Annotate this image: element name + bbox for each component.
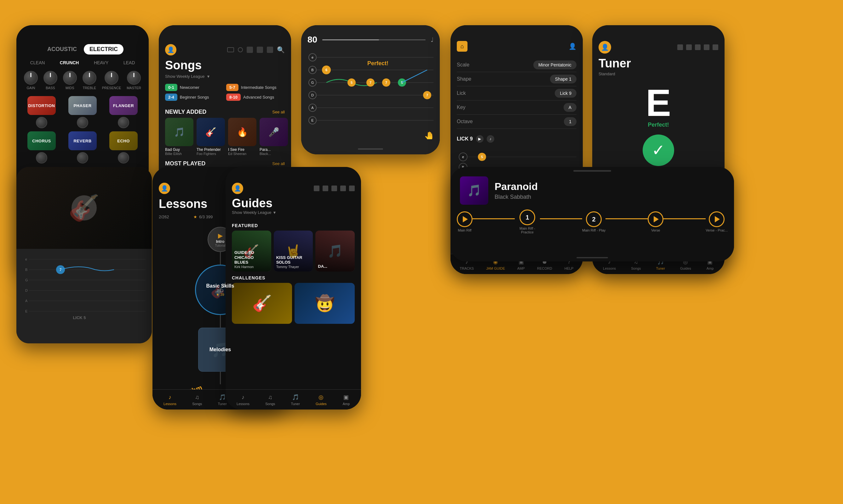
svg-text:A: A <box>25 299 28 303</box>
echo-button[interactable]: ECHO <box>109 131 138 150</box>
bell-icon[interactable] <box>257 47 263 53</box>
lick-play-icon[interactable]: ▶ <box>476 135 484 143</box>
intro-subtitle: Tutorial <box>215 244 226 247</box>
master-knob[interactable] <box>127 71 141 85</box>
home-button[interactable]: ⌂ <box>457 41 467 52</box>
kiss-title: KISS GUITAR SOLOS <box>276 255 311 265</box>
shape-value[interactable]: Shape 1 <box>550 75 576 84</box>
lick-sound-icon[interactable]: ♪ <box>487 135 494 143</box>
nav-lessons-l[interactable]: ♪ Lessons <box>163 393 176 406</box>
lick-value[interactable]: Lick 9 <box>555 89 576 98</box>
t-icon-4[interactable] <box>704 44 710 50</box>
level-newcomer[interactable]: 0-1 Newcomer <box>165 84 224 91</box>
amp-t-label: Amp <box>706 267 714 270</box>
timeline-num-1: 1 <box>525 214 529 221</box>
view-icon[interactable] <box>227 47 234 52</box>
bad-guy-art: 🎵 <box>165 118 193 146</box>
presence-knob[interactable] <box>105 71 119 85</box>
song-pretender[interactable]: 🎸 The Pretender Foo Fighters <box>197 118 225 156</box>
octave-value[interactable]: 1 <box>564 117 576 126</box>
nav-amp-g[interactable]: ▣ Amp <box>342 393 350 406</box>
timeline-verse-practice[interactable]: Verse - Prac... <box>706 211 728 232</box>
nav-songs-l[interactable]: ♫ Songs <box>192 393 202 406</box>
nav-lessons-g[interactable]: ♪ Lessons <box>237 393 250 406</box>
level-intermediate[interactable]: 5-7 Intermediate Songs <box>226 84 285 91</box>
chorus-knob[interactable] <box>36 152 47 163</box>
g-icon-3[interactable] <box>331 185 337 191</box>
distortion-button[interactable]: DISTORTION <box>28 96 56 115</box>
flanger-knob[interactable] <box>118 117 129 128</box>
master-label: MASTER <box>127 86 141 90</box>
treble-knob[interactable] <box>83 71 96 85</box>
search-songs-icon[interactable]: 🔍 <box>277 46 285 54</box>
t-icon-1[interactable] <box>677 44 683 50</box>
user-avatar[interactable]: 👤 <box>165 44 176 55</box>
bpm-slider[interactable] <box>322 39 426 40</box>
level-advanced[interactable]: 8-10 Advanced Songs <box>226 93 285 101</box>
g-icon-4[interactable] <box>340 185 346 191</box>
calendar-icon[interactable] <box>247 47 253 53</box>
reverb-button[interactable]: REVERB <box>68 131 97 150</box>
guides-weekly[interactable]: Show Weekly League ▼ <box>232 210 355 217</box>
song-bad-guy[interactable]: 🎵 Bad Guy Billie Eilish <box>165 118 193 156</box>
nav-songs-g[interactable]: ♫ Songs <box>265 393 275 406</box>
echo-knob[interactable] <box>118 152 129 163</box>
lick-video-screen: 🎸 e B G D A E <box>16 167 152 343</box>
phaser-button[interactable]: PHASER <box>68 96 97 115</box>
crunch-mode[interactable]: CRUNCH <box>60 60 79 65</box>
distortion-knob[interactable] <box>36 117 47 128</box>
g-icon-2[interactable] <box>323 185 328 191</box>
electric-tab[interactable]: ELECTRIC <box>84 44 124 54</box>
clean-mode[interactable]: CLEAN <box>30 60 45 65</box>
acoustic-tab[interactable]: ACOUSTIC <box>41 44 83 54</box>
svg-text:B: B <box>25 268 28 272</box>
phaser-knob[interactable] <box>77 117 88 128</box>
level-beginner[interactable]: 2-4 Beginner Songs <box>165 93 224 101</box>
timeline-verse[interactable]: Verse <box>648 211 663 232</box>
nav-guides-g[interactable]: ◎ Guides <box>316 393 327 406</box>
bass-knob[interactable] <box>43 71 57 85</box>
g-icon-5[interactable] <box>349 185 355 191</box>
most-played-see-all[interactable]: See all <box>272 161 285 166</box>
timeline-play-tri-3 <box>715 216 720 222</box>
guide-extra[interactable]: 🎵 DA... <box>315 231 355 272</box>
tuner-avatar[interactable]: 👤 <box>598 41 611 54</box>
songs-nav-icon-l: ♫ <box>193 393 201 401</box>
svg-text:G: G <box>311 80 314 85</box>
mids-knob[interactable] <box>63 71 77 85</box>
paranoid-album-art[interactable]: 🎵 <box>460 176 488 205</box>
timeline-main-riff-practice[interactable]: 1 Main Riff - Practice <box>515 210 540 234</box>
timeline-main-riff-play[interactable]: Main Riff <box>457 211 472 232</box>
scale-value[interactable]: Minor Pentatonic <box>533 60 576 69</box>
filter-icon[interactable] <box>238 47 243 52</box>
guide-kiss[interactable]: 🤘 KISS GUITAR SOLOS Tommy Thayer <box>274 231 313 272</box>
song-para[interactable]: 🎤 Para... Black... <box>259 118 288 156</box>
settings-icon[interactable] <box>267 47 273 53</box>
reverb-knob[interactable] <box>77 152 88 163</box>
lessons-avatar[interactable]: 👤 <box>159 183 170 194</box>
newly-added-see-all[interactable]: See all <box>272 110 285 114</box>
chorus-button[interactable]: CHORUS <box>28 131 56 150</box>
key-value[interactable]: A <box>563 103 576 112</box>
chorus-effect: CHORUS <box>23 131 60 163</box>
guide-chicago[interactable]: 🎸 GUIDE TO CHICAGO BLUES Kirk Harmon <box>232 231 271 272</box>
timeline-main-riff-play-item[interactable]: 2 Main Riff - Play <box>582 211 606 232</box>
tuner-header: 👤 <box>592 25 724 57</box>
t-icon-3[interactable] <box>695 44 701 50</box>
guides-avatar[interactable]: 👤 <box>232 183 243 194</box>
g-icon-1[interactable] <box>314 185 319 191</box>
song-fire[interactable]: 🔥 I See Fire Ed Sheeran <box>228 118 256 156</box>
weekly-league-selector[interactable]: Show Weekly League ▼ <box>159 72 291 80</box>
heavy-mode[interactable]: HEAVY <box>94 60 108 65</box>
tuner-note-display: E <box>598 84 718 122</box>
t-icon-2[interactable] <box>686 44 692 50</box>
intro-title: Intro <box>216 239 225 244</box>
phone-lick-video: 🎸 e B G D A E <box>16 167 152 343</box>
flanger-button[interactable]: FLANGER <box>109 96 138 115</box>
challenge-2[interactable]: 🤠 <box>294 283 355 324</box>
lead-mode[interactable]: LEAD <box>124 60 135 65</box>
t-icon-5[interactable] <box>713 44 718 50</box>
nav-tuner-g[interactable]: 🎵 Tuner <box>291 393 300 406</box>
challenge-1[interactable]: 🎸 <box>232 283 292 324</box>
gain-knob[interactable] <box>24 71 38 85</box>
